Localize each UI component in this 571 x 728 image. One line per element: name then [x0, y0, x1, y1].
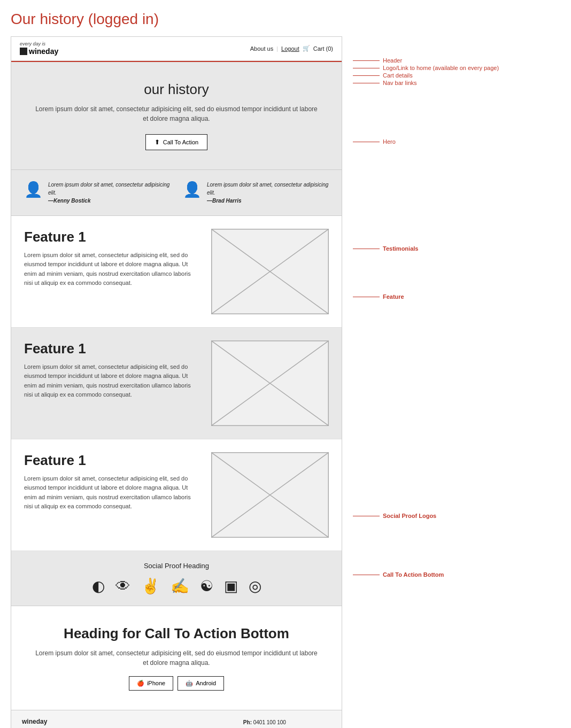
- iphone-button[interactable]: 🍎 iPhone: [129, 676, 173, 691]
- page-title: Our history (logged in): [11, 11, 560, 28]
- annotation-social-proof-text: Social Proof Logos: [380, 512, 436, 520]
- cta-bottom-section: Heading for Call To Action Bottom Lorem …: [11, 606, 342, 710]
- annotation-header: Header: [353, 57, 402, 64]
- annotation-nav: Nav bar links: [353, 79, 417, 87]
- download-icon: ⬆: [155, 138, 160, 146]
- feature-image: [211, 452, 329, 538]
- feature-section-3: Feature 1 Lorem ipsum dolor sit amet, co…: [11, 439, 342, 551]
- annotation-cta-bottom: Call To Action Bottom: [353, 571, 444, 578]
- annotation-testimonials: Testimonials: [353, 245, 418, 252]
- footer-left: wineday VISA MC AMEX: [22, 718, 74, 728]
- feature-text: Lorem ipsum dolor sit amet, consectetur …: [24, 474, 198, 512]
- annotation-logo: Logo/Link to home (available on every pa…: [353, 64, 499, 72]
- social-logo-1: ◐: [92, 577, 105, 595]
- annotation-cart: Cart details: [353, 72, 413, 79]
- logo-name: wineday: [20, 47, 58, 56]
- nav-links: About us | Logout 🛒 Cart (0): [250, 45, 333, 52]
- social-logo-4: ✍: [171, 577, 189, 595]
- social-logo-5: ☯: [200, 577, 213, 595]
- social-logo-3: ✌: [141, 577, 160, 595]
- testimonial-text: Lorem ipsum dolor sit amet, consectetur …: [207, 181, 329, 205]
- annotation-feature: Feature: [353, 293, 404, 300]
- testimonial-item: 👤 Lorem ipsum dolor sit amet, consectetu…: [183, 181, 329, 205]
- annotation-feature-text: Feature: [380, 293, 404, 300]
- logos-row: ◐ 👁 ✌ ✍ ☯ ▣ ◎: [24, 577, 329, 595]
- cta-bottom-buttons: 🍎 iPhone 🤖 Android: [33, 676, 320, 691]
- feature-title: Feature 1: [24, 229, 198, 245]
- annotation-testimonials-text: Testimonials: [380, 245, 418, 252]
- annotation-hero: Hero: [353, 138, 396, 145]
- logo-tagline: every day is: [20, 41, 58, 47]
- android-button[interactable]: 🤖 Android: [178, 676, 224, 691]
- feature-image: [211, 340, 329, 426]
- social-proof-section: Social Proof Heading ◐ 👁 ✌ ✍ ☯ ▣ ◎: [11, 551, 342, 606]
- social-proof-heading: Social Proof Heading: [24, 562, 329, 570]
- testimonial-item: 👤 Lorem ipsum dolor sit amet, consectetu…: [24, 181, 170, 205]
- logo-area[interactable]: every day is wineday: [20, 41, 58, 56]
- feature-title: Feature 1: [24, 340, 198, 357]
- footer-phone: Ph: 0401 100 100: [243, 718, 331, 727]
- social-logo-6: ▣: [224, 577, 238, 595]
- feature-content: Feature 1 Lorem ipsum dolor sit amet, co…: [24, 452, 198, 512]
- feature-section-2: Feature 1 Lorem ipsum dolor sit amet, co…: [11, 328, 342, 439]
- hero-body: Lorem ipsum dolor sit amet, consectetur …: [33, 104, 320, 123]
- footer: wineday VISA MC AMEX Ph: 0401 100 100 Em…: [11, 710, 342, 728]
- cta-button[interactable]: ⬆ Call To Action: [145, 134, 207, 150]
- testimonial-text: Lorem ipsum dolor sit amet, consectetur …: [48, 181, 170, 205]
- logo-square-icon: [20, 48, 27, 55]
- annotation-header-text: Header: [380, 57, 402, 64]
- avatar-icon: 👤: [24, 181, 43, 198]
- social-logo-7: ◎: [249, 577, 261, 595]
- feature-content: Feature 1 Lorem ipsum dolor sit amet, co…: [24, 340, 198, 400]
- testimonials-section: 👤 Lorem ipsum dolor sit amet, consectetu…: [11, 170, 342, 216]
- footer-right: Ph: 0401 100 100 Email: contact@wineday.…: [243, 718, 331, 728]
- nav-about[interactable]: About us: [250, 45, 273, 52]
- hero-title: our history: [33, 81, 320, 98]
- feature-image: [211, 229, 329, 314]
- hero-section: our history Lorem ipsum dolor sit amet, …: [11, 62, 342, 170]
- annotation-hero-text: Hero: [380, 138, 396, 145]
- annotation-social-proof: Social Proof Logos: [353, 512, 436, 520]
- annotation-nav-text: Nav bar links: [380, 79, 417, 87]
- apple-icon: 🍎: [137, 680, 144, 687]
- nav-cart[interactable]: Cart (0): [313, 45, 333, 52]
- feature-text: Lorem ipsum dolor sit amet, consectetur …: [24, 362, 198, 400]
- wireframe: every day is wineday About us | Logout 🛒…: [11, 36, 342, 728]
- social-logo-2: 👁: [115, 577, 130, 595]
- feature-title: Feature 1: [24, 452, 198, 469]
- feature-text: Lorem ipsum dolor sit amet, consectetur …: [24, 251, 198, 288]
- feature-section-1: Feature 1 Lorem ipsum dolor sit amet, co…: [11, 216, 342, 328]
- annotation-cta-bottom-text: Call To Action Bottom: [380, 571, 444, 578]
- header: every day is wineday About us | Logout 🛒…: [11, 37, 342, 61]
- nav-logout[interactable]: Logout: [281, 45, 299, 52]
- annotation-cart-text: Cart details: [380, 72, 413, 79]
- avatar-icon: 👤: [183, 181, 202, 198]
- annotation-logo-text: Logo/Link to home (available on every pa…: [380, 64, 499, 72]
- android-icon: 🤖: [186, 680, 193, 687]
- footer-brand: wineday: [22, 718, 74, 725]
- cta-bottom-body: Lorem ipsum dolor sit amet, consectetur …: [33, 648, 320, 668]
- cta-bottom-title: Heading for Call To Action Bottom: [33, 625, 320, 642]
- feature-content: Feature 1 Lorem ipsum dolor sit amet, co…: [24, 229, 198, 288]
- cart-icon[interactable]: 🛒: [303, 45, 310, 52]
- annotations-column: Header Logo/Link to home (available on e…: [342, 36, 545, 721]
